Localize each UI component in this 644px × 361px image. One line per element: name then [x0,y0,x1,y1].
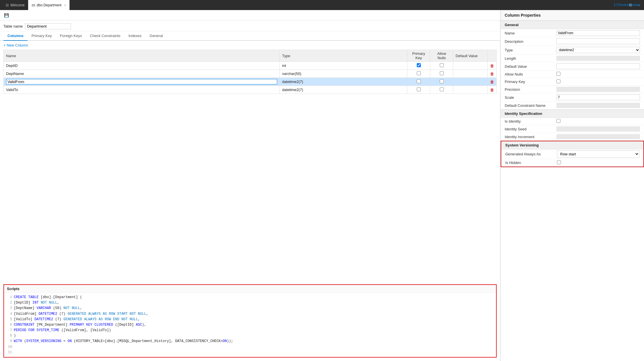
prop-select[interactable]: datetime2 [556,47,640,53]
code-token: [DeptID] [14,301,32,305]
prop-input[interactable] [556,38,640,44]
code-token [38,301,41,305]
col-delete-btn[interactable]: 🗑 [490,80,494,84]
line-number: 4 [7,311,12,317]
department-tab-icon: 🗃 [32,3,35,7]
col-header-type: Type [280,50,407,62]
left-spacer [0,94,500,281]
script-line: 3 [DeptName] VARCHAR (50) NOT NULL, [7,306,493,311]
prop-row: Typedatetime2 [501,46,644,55]
general-props-table: NameDescriptionTypedatetime2LengthDefaul… [501,29,644,109]
col-pk-checkbox[interactable] [417,71,421,75]
prop-value-cell [552,133,644,141]
prop-value-cell [552,93,644,102]
table-row[interactable]: datetime2(7)🗑 [4,78,497,86]
prop-readonly-input [556,56,640,61]
prop-label: Scale [501,93,552,102]
col-null-checkbox[interactable] [440,71,444,75]
tab-general[interactable]: General [146,31,167,41]
line-code: ) [14,333,16,339]
col-pk-cell [407,62,430,70]
scripts-header: Scripts [4,285,496,293]
col-delete-btn[interactable]: 🗑 [490,72,494,76]
col-pk-checkbox[interactable] [417,63,421,67]
prop-input[interactable] [556,94,640,100]
code-token: CONSTRAINT [14,323,34,327]
code-token: ([DeptID] [113,323,136,327]
col-null-checkbox[interactable] [440,79,444,83]
prop-label: Is Identity [501,118,552,125]
col-type-cell: datetime2(7) [280,78,407,86]
prop-label: Default Constraint Name [501,102,552,109]
prop-input[interactable] [556,63,640,69]
code-token: CREATE TABLE [14,295,38,299]
prop-checkbox[interactable] [556,79,560,83]
prop-input[interactable] [556,30,640,36]
welcome-tab-icon: ⊡ [6,3,9,7]
col-pk-cell [407,86,430,94]
prop-select[interactable]: Row startRow endNone [557,150,639,158]
col-header-delete [488,50,497,62]
line-number: 11 [7,350,12,355]
general-section-header: General [501,21,644,29]
prop-row: Description [501,37,644,46]
tab-welcome[interactable]: ⊡ Welcome [2,0,28,10]
script-line: 6 CONSTRAINT [PK_Department] PRIMARY KEY… [7,322,493,328]
table-row[interactable]: DeptIDint🗑 [4,62,497,70]
tab-department[interactable]: 🗃 dbo.Department × [28,0,70,10]
columns-table: Name Type Primary Key Allow Nulls Defaul… [3,50,497,94]
code-token: GENERATED ALWAYS AS ROW END [63,317,119,321]
col-null-checkbox[interactable] [440,87,444,91]
tab-primary-key[interactable]: Primary Key [28,31,56,41]
prop-readonly-input [556,134,640,139]
col-name-input[interactable] [6,79,277,84]
prop-value-cell [552,55,644,62]
col-null-checkbox[interactable] [440,63,444,67]
col-props-title: Column Properties [501,10,644,21]
script-line: 10 [7,344,493,350]
line-code: [DeptID] INT NOT NULL, [14,300,59,306]
col-delete-cell: 🗑 [488,70,497,78]
prop-row: Precision [501,86,644,93]
prop-value-cell [552,62,644,71]
prop-checkbox[interactable] [556,119,560,123]
prop-checkbox[interactable] [556,72,560,76]
table-name-input[interactable] [25,23,71,29]
col-pk-checkbox[interactable] [417,79,421,83]
prop-label: Allow Nulls [501,71,552,78]
tab-columns[interactable]: Columns [3,31,28,41]
code-token: PRIMARY KEY CLUSTERED [70,323,113,327]
scripts-body: 1CREATE TABLE [dbo].[Department] (2 [Dep… [4,293,496,357]
script-line: 11 [7,350,493,355]
info-icon: ℹ [614,3,616,7]
line-number: 3 [7,306,12,311]
col-header-pk: Primary Key [407,50,430,62]
save-btn[interactable]: 💾 [2,12,11,19]
tab-foreign-keys[interactable]: Foreign Keys [56,31,86,41]
col-delete-cell: 🗑 [488,62,497,70]
code-token: = [61,339,68,343]
code-token: [ValidFrom] [14,312,38,316]
script-line: 4 [ValidFrom] DATETIME2 (7) GENERATED AL… [7,311,493,317]
welcome-tab-label: Welcome [10,3,25,7]
script-line: 2 [DeptID] INT NOT NULL, [7,300,493,306]
prop-readonly-input [556,126,640,132]
prop-checkbox[interactable] [557,160,561,164]
add-column-btn[interactable]: + New Column [3,43,28,47]
code-token: NOT NULL [41,301,57,305]
prop-label: Primary Key [501,78,552,86]
col-delete-btn[interactable]: 🗑 [490,88,494,92]
table-row[interactable]: ValidTodatetime2(7)🗑 [4,86,497,94]
tab-indexes[interactable]: Indexes [124,31,146,41]
code-token: WITH [14,339,22,343]
line-code: [ValidTo] DATETIME2 (7) GENERATED ALWAYS… [14,317,140,322]
code-token: ASC [136,323,142,327]
line-number: 8 [7,333,12,339]
col-pk-checkbox[interactable] [417,87,421,91]
col-delete-btn[interactable]: 🗑 [490,63,494,68]
table-row[interactable]: DeptNamevarchar(50)🗑 [4,70,497,78]
code-token: ON [223,339,227,343]
tab-check-constraints[interactable]: Check Constraints [86,31,124,41]
department-tab-close[interactable]: × [64,3,66,7]
prop-value-cell [553,159,643,167]
